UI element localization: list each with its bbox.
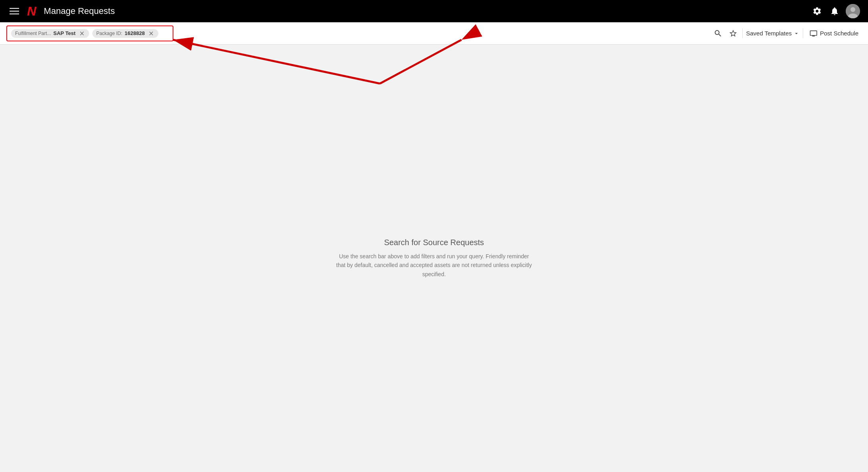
user-avatar[interactable] [846, 4, 860, 18]
saved-templates-label: Saved Templates [746, 30, 792, 37]
close-icon [79, 30, 85, 37]
svg-point-4 [850, 7, 855, 12]
filter-tag-fulfillment-value: SAP Test [53, 30, 76, 36]
empty-state: Search for Source Requests Use the searc… [335, 238, 533, 279]
page-title: Manage Requests [44, 6, 115, 16]
monitor-icon [810, 29, 817, 37]
post-schedule-button[interactable]: Post Schedule [806, 28, 862, 39]
netflix-logo: N [27, 5, 36, 18]
filter-tag-fulfillment-close[interactable] [79, 30, 85, 37]
svg-rect-2 [10, 14, 19, 14]
star-icon [729, 29, 738, 38]
bell-icon [830, 6, 839, 16]
filter-tag-fulfillment: Fulfillment Part... SAP Test [11, 29, 89, 38]
main-content: Search for Source Requests Use the searc… [0, 45, 868, 472]
menu-icon [10, 6, 19, 16]
search-icon [714, 29, 722, 38]
post-schedule-label: Post Schedule [820, 30, 858, 37]
filter-tag-package-value: 1628828 [125, 30, 145, 36]
filter-tags-container: Fulfillment Part... SAP Test Package ID:… [6, 25, 173, 41]
filter-bar-right: Saved Templates Post Schedule [712, 27, 862, 39]
filter-tag-package-label: Package ID: [96, 31, 122, 36]
favorites-button[interactable] [727, 27, 739, 39]
navbar: N Manage Requests [0, 0, 868, 22]
search-button[interactable] [712, 27, 724, 39]
svg-rect-0 [10, 8, 19, 9]
navbar-right-icons [811, 4, 860, 18]
filter-tag-fulfillment-label: Fulfillment Part... [15, 31, 51, 36]
empty-state-title: Search for Source Requests [335, 238, 533, 247]
empty-state-description: Use the search bar above to add filters … [335, 252, 533, 279]
filter-tag-package-close[interactable] [148, 30, 154, 37]
filter-bar: Fulfillment Part... SAP Test Package ID:… [0, 22, 868, 45]
close-icon-2 [148, 30, 154, 37]
saved-templates-button[interactable]: Saved Templates [742, 28, 803, 38]
svg-rect-1 [10, 11, 19, 12]
notifications-button[interactable] [828, 5, 841, 18]
settings-button[interactable] [811, 5, 823, 18]
filter-tag-package: Package ID: 1628828 [92, 29, 158, 38]
chevron-down-icon [793, 30, 800, 37]
gear-icon [812, 6, 822, 16]
menu-button[interactable] [8, 5, 21, 18]
